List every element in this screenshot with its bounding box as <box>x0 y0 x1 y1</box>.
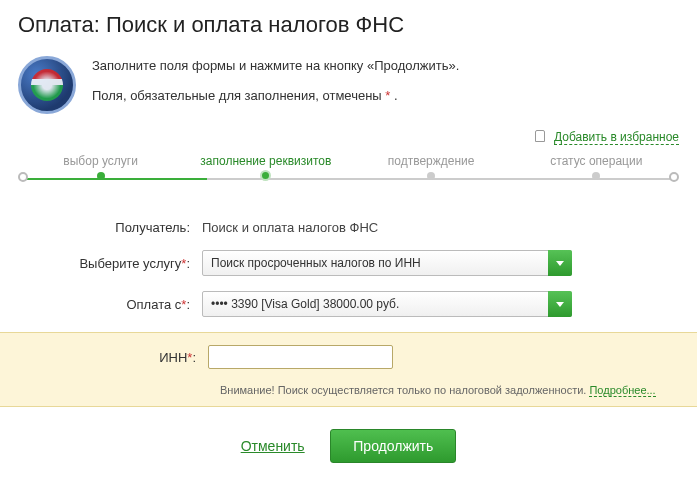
label-inn: ИНН*: <box>30 350 208 365</box>
bookmark-icon <box>535 130 545 142</box>
inn-section: ИНН*: Внимание! Поиск осуществляется тол… <box>0 332 697 407</box>
step-status: статус операции <box>514 154 679 185</box>
payfrom-select-value[interactable]: •••• 3390 [Visa Gold] 38000.00 руб. <box>202 291 572 317</box>
inn-hint: Внимание! Поиск осуществляется только по… <box>196 384 691 398</box>
intro-block: Заполните поля формы и нажмите на кнопку… <box>18 56 679 115</box>
label-service-text: Выберите услугу <box>79 256 181 271</box>
label-service: Выберите услугу*: <box>24 256 202 271</box>
value-recipient: Поиск и оплата налогов ФНС <box>202 220 673 235</box>
hint-text: Внимание! Поиск осуществляется только по… <box>220 384 589 396</box>
step-dot-1 <box>97 172 105 180</box>
step-label-4: статус операции <box>514 154 679 168</box>
service-select-value[interactable]: Поиск просроченных налогов по ИНН <box>202 250 572 276</box>
step-fill-details: заполнение реквизитов <box>183 154 348 185</box>
step-label-3: подтверждение <box>349 154 514 168</box>
intro-line-1: Заполните поля формы и нажмите на кнопку… <box>92 56 459 76</box>
continue-button[interactable]: Продолжить <box>330 429 456 463</box>
row-inn: ИНН*: <box>6 345 691 369</box>
step-label-1: выбор услуги <box>18 154 183 168</box>
intro-text: Заполните поля формы и нажмите на кнопку… <box>92 56 459 115</box>
required-asterisk: * <box>181 256 186 271</box>
required-asterisk: * <box>187 350 192 365</box>
step-dot-4 <box>592 172 600 180</box>
step-label-2: заполнение реквизитов <box>183 154 348 168</box>
actions-row: Отменить Продолжить <box>18 429 679 463</box>
payfrom-select[interactable]: •••• 3390 [Visa Gold] 38000.00 руб. <box>202 291 572 317</box>
row-recipient: Получатель: Поиск и оплата налогов ФНС <box>18 220 679 235</box>
intro-required-suffix: . <box>390 88 397 103</box>
step-dot-2 <box>260 170 271 181</box>
label-payfrom: Оплата с*: <box>24 297 202 312</box>
progress-stepper: выбор услуги заполнение реквизитов подтв… <box>18 154 679 194</box>
label-recipient: Получатель: <box>24 220 202 235</box>
row-payfrom: Оплата с*: •••• 3390 [Visa Gold] 38000.0… <box>18 291 679 317</box>
step-dot-3 <box>427 172 435 180</box>
required-asterisk: * <box>181 297 186 312</box>
step-select-service: выбор услуги <box>18 154 183 185</box>
add-favorite-link[interactable]: Добавить в избранное <box>554 130 679 145</box>
label-inn-text: ИНН <box>159 350 187 365</box>
fns-logo <box>18 56 76 114</box>
row-service: Выберите услугу*: Поиск просроченных нал… <box>18 250 679 276</box>
inn-input[interactable] <box>208 345 393 369</box>
chevron-down-icon[interactable] <box>548 250 572 276</box>
favorite-row: Добавить в избранное <box>18 129 679 144</box>
intro-line-2: Поля, обязательные для заполнения, отмеч… <box>92 86 459 106</box>
intro-required-prefix: Поля, обязательные для заполнения, отмеч… <box>92 88 385 103</box>
service-select[interactable]: Поиск просроченных налогов по ИНН <box>202 250 572 276</box>
chevron-down-icon[interactable] <box>548 291 572 317</box>
page-title: Оплата: Поиск и оплата налогов ФНС <box>18 12 679 38</box>
cancel-button[interactable]: Отменить <box>241 438 305 454</box>
step-confirm: подтверждение <box>349 154 514 185</box>
hint-more-link[interactable]: Подробнее... <box>589 384 655 397</box>
label-payfrom-text: Оплата с <box>126 297 181 312</box>
